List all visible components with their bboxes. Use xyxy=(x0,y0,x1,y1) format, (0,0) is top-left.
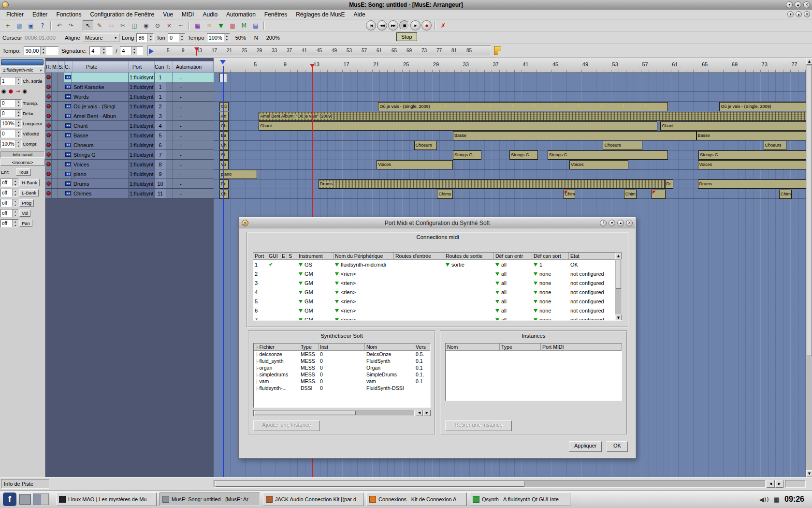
track-name[interactable] xyxy=(72,73,128,82)
pencil-tool-icon[interactable]: ✎ xyxy=(94,20,105,31)
mute-cell[interactable] xyxy=(52,169,58,179)
solo-cell[interactable] xyxy=(58,82,64,91)
arranger-part[interactable]: Ch xyxy=(219,141,229,150)
scroll-right-icon[interactable]: ▶ xyxy=(775,480,783,488)
dropdown-triangle-icon[interactable] xyxy=(299,318,303,321)
track-automation[interactable]: - xyxy=(173,73,214,82)
arranger-part[interactable]: piano xyxy=(219,170,257,179)
arranger-part[interactable]: Vo xyxy=(219,160,229,169)
solo-cell[interactable] xyxy=(58,179,64,188)
arranger-part[interactable]: Choeurs xyxy=(603,141,642,150)
arranger-part[interactable]: Voices xyxy=(569,160,628,169)
track-automation[interactable]: - xyxy=(173,111,214,120)
track-automation[interactable]: - xyxy=(173,150,214,159)
record-icon[interactable]: ● xyxy=(9,88,14,95)
undo-icon[interactable]: ↶ xyxy=(54,20,65,31)
scrollbar-thumb[interactable] xyxy=(616,260,621,289)
zoom-in-button[interactable]: 200% xyxy=(263,34,283,41)
track-name[interactable]: Chimes xyxy=(72,189,128,198)
mute-cell[interactable] xyxy=(52,179,58,188)
midi-port-row[interactable]: 3 GM <rien> all none not configured xyxy=(253,278,622,287)
track-row[interactable]: Chimes 1:fluidsynt 11 - xyxy=(45,189,214,198)
mute-cell[interactable] xyxy=(52,82,58,91)
synth-row[interactable]: simpledrums MESS 0 SimpleDrums 0.1. xyxy=(254,371,430,378)
arranger-part[interactable]: Voices xyxy=(698,160,806,169)
arranger-part[interactable]: Choeurs xyxy=(414,141,437,150)
scroll-down-icon[interactable]: ▼ xyxy=(615,314,622,321)
menu-item[interactable]: Vue xyxy=(159,10,177,19)
dropdown-triangle-icon[interactable] xyxy=(534,318,537,321)
scrollbar-thumb[interactable] xyxy=(215,481,524,487)
help-button[interactable]: ? xyxy=(600,220,607,226)
track-channel[interactable]: 9 xyxy=(154,169,166,179)
ok-button[interactable]: OK xyxy=(607,441,628,452)
track-info-toggle[interactable]: Info de Piste xyxy=(1,479,49,489)
len-spinbox[interactable]: 86▴▾ xyxy=(136,33,154,42)
solo-cell[interactable] xyxy=(58,169,64,179)
record-arm-cell[interactable] xyxy=(45,189,52,198)
forward-button[interactable]: ▶▶ xyxy=(388,20,398,30)
track-automation[interactable]: - xyxy=(173,189,214,198)
volume-icon[interactable]: ◀)) xyxy=(759,496,769,503)
scrollbar-thumb[interactable] xyxy=(254,411,356,415)
draw-tool-icon[interactable]: ~ xyxy=(175,20,186,31)
dropdown-triangle-icon[interactable] xyxy=(335,309,339,314)
track-row[interactable]: Strings G 1:fluidsynt 7 - xyxy=(45,150,214,160)
value-spinbox[interactable]: 0▴▾ xyxy=(0,99,22,107)
close-button[interactable]: × xyxy=(804,11,810,17)
record-button[interactable]: ● xyxy=(421,20,432,30)
track-channel[interactable]: 4 xyxy=(154,121,166,130)
track-row[interactable]: Basse 1:fluidsynt 5 - xyxy=(45,131,214,140)
mastertrack-icon[interactable]: M xyxy=(239,20,249,31)
menu-item[interactable]: Réglages de MusE xyxy=(291,10,349,19)
taskbar-task[interactable]: Connexions - Kit de Connexion A xyxy=(366,493,467,506)
zoom-out-button[interactable]: 50% xyxy=(232,34,249,41)
dropdown-triangle-icon[interactable] xyxy=(495,291,499,296)
dropdown-triangle-icon[interactable] xyxy=(495,300,499,305)
zoom-normal-button[interactable]: N xyxy=(251,34,261,41)
stop-button[interactable]: ■ xyxy=(399,20,409,30)
arranger-part[interactable]: Où je vais - (Single, 2009) xyxy=(719,102,806,111)
track-port[interactable]: 1:fluidsynt xyxy=(128,150,154,159)
tempo-pct-spinbox[interactable]: 100%▴▾ xyxy=(207,33,230,42)
glue-tool-icon[interactable]: ◫ xyxy=(129,20,140,31)
track-port[interactable]: 1:fluidsynt xyxy=(128,111,154,120)
value-spinbox[interactable]: 100%▴▾ xyxy=(0,140,22,148)
show-desktop-icon[interactable] xyxy=(19,494,31,505)
arranger-part[interactable]: Ba xyxy=(219,131,229,140)
main-ruler[interactable]: 5913172125293337414549535761656973778185 xyxy=(147,45,491,56)
midi-port-row[interactable]: 2 GM <rien> all none not configured xyxy=(253,269,622,278)
tempo-spinbox[interactable]: 90,00▴▾ xyxy=(24,46,58,55)
close-button[interactable]: × xyxy=(626,220,633,226)
transport-panel-icon[interactable]: ▤ xyxy=(250,20,261,31)
record-arm-cell[interactable] xyxy=(45,150,52,159)
sig-den-spinbox[interactable]: 4▴▾ xyxy=(120,46,143,55)
arranger-ruler[interactable]: 591317212529333741454953576165697377 xyxy=(214,58,806,73)
value-spinbox[interactable]: 100%▴▾ xyxy=(0,120,22,128)
track-name[interactable]: Soft Karaoke xyxy=(72,82,128,91)
track-port[interactable]: 1:fluidsynt xyxy=(128,189,154,198)
dropdown-triangle-icon[interactable] xyxy=(299,291,303,296)
pointer-tool-icon[interactable]: ↖ xyxy=(83,20,93,31)
arranger-part[interactable]: Chim xyxy=(624,190,637,199)
track-row[interactable]: 1:fluidsynt 1 - xyxy=(45,73,214,82)
track-channel[interactable]: 11 xyxy=(154,189,166,198)
record-arm-cell[interactable] xyxy=(45,160,52,169)
track-channel[interactable]: 3 xyxy=(154,111,166,120)
record-arm-cell[interactable] xyxy=(45,82,52,91)
track-channel[interactable]: 7 xyxy=(154,150,166,159)
menu-item[interactable]: Fichier xyxy=(2,10,28,19)
dropdown-triangle-icon[interactable] xyxy=(495,263,499,269)
arranger-part[interactable]: Chims xyxy=(437,190,452,199)
track-port[interactable]: 1:fluidsynt xyxy=(128,92,154,101)
eraser-tool-icon[interactable]: ▭ xyxy=(106,20,116,31)
rewind-button[interactable]: ◀◀ xyxy=(377,20,387,30)
arranger-part[interactable]: Choeurs xyxy=(764,141,787,150)
dropdown-triangle-icon[interactable] xyxy=(495,282,499,287)
arranger-part[interactable]: Basse xyxy=(696,131,806,140)
controller-button[interactable]: L-Bank xyxy=(19,189,39,196)
mute-cell[interactable] xyxy=(52,150,58,159)
arranger-part[interactable]: Voices xyxy=(377,160,453,169)
track-port[interactable]: 1:fluidsynt xyxy=(128,73,154,82)
dropdown-triangle-icon[interactable] xyxy=(495,272,499,278)
